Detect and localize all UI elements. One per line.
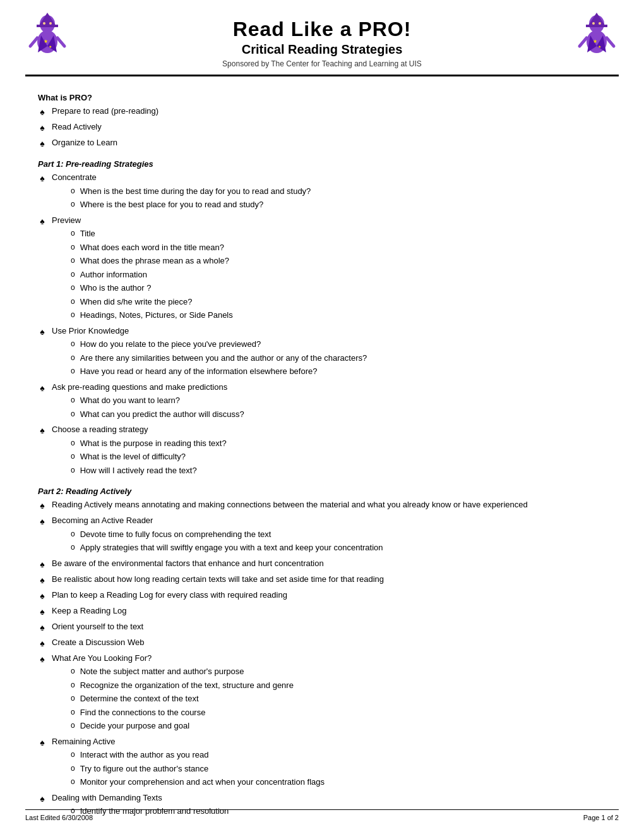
header: ★ ★ ★ ★ Read Like a PRO! Critical Re xyxy=(0,0,644,68)
sub-bullet-icon: o xyxy=(71,706,75,718)
bullet-icon: ♠ xyxy=(38,637,47,650)
sub-list-item: oWhen did s/he write the piece? xyxy=(52,296,233,308)
part2-label: Part 2: Reading Actively xyxy=(38,486,606,496)
list-item: ♠ Be aware of the environmental factors … xyxy=(38,557,606,571)
footer: Last Edited 6/30/2008 Page 1 of 2 xyxy=(0,809,644,821)
svg-text:★: ★ xyxy=(44,39,48,44)
list-item: ♠ Becoming an Active Reader oDevote time… xyxy=(38,514,606,555)
item-text: Read Actively xyxy=(52,121,102,133)
item-text: Remaining Active xyxy=(52,737,115,746)
sub-bullet-icon: o xyxy=(71,541,75,553)
sub-list-item: oInteract with the author as you read xyxy=(52,749,325,761)
sub-list-item: oNote the subject matter and author's pu… xyxy=(52,665,294,678)
sub-bullet-icon: o xyxy=(71,269,75,280)
bullet-icon: ♠ xyxy=(38,121,47,135)
item-text: Reading Actively means annotating and ma… xyxy=(52,499,528,511)
bullet-icon: ♠ xyxy=(38,605,47,619)
svg-text:★: ★ xyxy=(598,45,601,49)
sub-item-text: Where is the best place for you to read … xyxy=(80,198,264,211)
sub-item-text: Headings, Notes, Pictures, or Side Panel… xyxy=(80,309,233,322)
item-text: Be aware of the environmental factors th… xyxy=(52,557,324,570)
item-block: Use Prior Knowledge oHow do you relate t… xyxy=(52,325,367,379)
sub-item-text: When did s/he write the piece? xyxy=(80,296,193,308)
list-item: ♠ Ask pre-reading questions and make pre… xyxy=(38,381,606,422)
sub-list-item: oRecognize the organization of the text,… xyxy=(52,679,294,692)
item-text: Create a Discussion Web xyxy=(52,636,144,649)
sub-list-item: oMonitor your comprehension and act when… xyxy=(52,776,325,789)
bullet-icon: ♠ xyxy=(38,106,47,119)
sub-list-item: oHow do you relate to the piece you've p… xyxy=(52,338,367,351)
sub-list-item: oWhat does each word in the title mean? xyxy=(52,241,233,254)
sub-list-item: oWhere is the best place for you to read… xyxy=(52,198,311,211)
sub-bullet-icon: o xyxy=(71,408,75,420)
list-item: ♠ Plan to keep a Reading Log for every c… xyxy=(38,589,606,603)
sub-list-item: oWhat does the phrase mean as a whole? xyxy=(52,255,233,267)
sub-bullet-icon: o xyxy=(71,749,75,760)
what-is-pro-label: What is PRO? xyxy=(38,93,606,102)
svg-line-6 xyxy=(30,38,37,46)
content: What is PRO? ♠Prepare to read (pre-readi… xyxy=(0,76,644,833)
bullet-icon: ♠ xyxy=(38,424,47,437)
sub-item-text: What does the phrase mean as a whole? xyxy=(80,255,229,267)
svg-line-7 xyxy=(57,38,64,46)
list-item: ♠ Preview oTitle oWhat does each word in… xyxy=(38,214,606,323)
part1-list: ♠ Concentrate oWhen is the best time dur… xyxy=(38,171,606,478)
sub-bullet-icon: o xyxy=(71,528,75,540)
sub-bullet-icon: o xyxy=(71,185,75,196)
sub-bullet-icon: o xyxy=(71,665,75,677)
svg-rect-2 xyxy=(37,25,58,27)
sub-bullet-icon: o xyxy=(71,720,75,731)
svg-text:★: ★ xyxy=(593,39,597,44)
sub-list-item: oDecide your purpose and goal xyxy=(52,720,294,732)
left-logo-icon: ★ ★ xyxy=(25,11,69,59)
sponsor-text: Sponsored by The Center for Teaching and… xyxy=(25,59,619,68)
footer-content: Last Edited 6/30/2008 Page 1 of 2 xyxy=(25,814,619,821)
sub-item-text: Find the connections to the course xyxy=(80,706,206,719)
bullet-icon: ♠ xyxy=(38,515,47,528)
sub-list-item: oAuthor information xyxy=(52,269,233,281)
sub-list: oDevote time to fully focus on comprehen… xyxy=(52,528,383,554)
item-text: Concentrate xyxy=(52,172,97,182)
last-edited: Last Edited 6/30/2008 xyxy=(25,814,93,821)
sub-list-item: oWhat can you predict the author will di… xyxy=(52,408,244,421)
sub-list-item: oHow will I actively read the text? xyxy=(52,464,227,477)
sub-bullet-icon: o xyxy=(71,679,75,691)
sub-item-text: Apply strategies that will swiftly engag… xyxy=(80,541,383,554)
sub-bullet-icon: o xyxy=(71,464,75,476)
bullet-icon: ♠ xyxy=(38,215,47,228)
sub-list-item: oTitle xyxy=(52,227,233,240)
list-item: ♠ Be realistic about how long reading ce… xyxy=(38,573,606,587)
list-item: ♠Read Actively xyxy=(38,121,606,135)
item-block: Remaining Active oInteract with the auth… xyxy=(52,735,325,790)
item-block: Preview oTitle oWhat does each word in t… xyxy=(52,214,233,323)
list-item: ♠Prepare to read (pre-reading) xyxy=(38,105,606,119)
bullet-icon: ♠ xyxy=(38,499,47,512)
item-text: Plan to keep a Reading Log for every cla… xyxy=(52,589,287,601)
sub-list: oWhat do you want to learn? oWhat can yo… xyxy=(52,394,244,420)
sub-bullet-icon: o xyxy=(71,437,75,449)
sub-item-text: Are there any similarities between you a… xyxy=(80,352,367,365)
sub-bullet-icon: o xyxy=(71,241,75,253)
list-item: ♠ Use Prior Knowledge oHow do you relate… xyxy=(38,325,606,379)
sub-list-item: oWhat is the level of difficulty? xyxy=(52,450,227,463)
sub-bullet-icon: o xyxy=(71,352,75,363)
bullet-icon: ♠ xyxy=(38,792,47,806)
list-item: ♠ Choose a reading strategy oWhat is the… xyxy=(38,423,606,478)
list-item: ♠ Remaining Active oInteract with the au… xyxy=(38,735,606,790)
item-block: What Are You Looking For? oNote the subj… xyxy=(52,652,294,734)
item-text: Organize to Learn xyxy=(52,136,117,149)
sub-list: oTitle oWhat does each word in the title… xyxy=(52,227,233,322)
sub-item-text: Recognize the organization of the text, … xyxy=(80,679,294,692)
list-item: ♠ Concentrate oWhen is the best time dur… xyxy=(38,171,606,212)
svg-point-9 xyxy=(49,22,52,25)
sub-list-item: oHave you read or heard any of the infor… xyxy=(52,365,367,378)
sub-bullet-icon: o xyxy=(71,282,75,293)
item-block: Becoming an Active Reader oDevote time t… xyxy=(52,514,383,555)
bullet-icon: ♠ xyxy=(38,574,47,587)
footer-divider xyxy=(25,809,619,810)
bullet-icon: ♠ xyxy=(38,558,47,571)
item-text: Becoming an Active Reader xyxy=(52,516,153,525)
bullet-icon: ♠ xyxy=(38,589,47,603)
item-block: Ask pre-reading questions and make predi… xyxy=(52,381,244,422)
sub-item-text: Decide your purpose and goal xyxy=(80,720,189,732)
